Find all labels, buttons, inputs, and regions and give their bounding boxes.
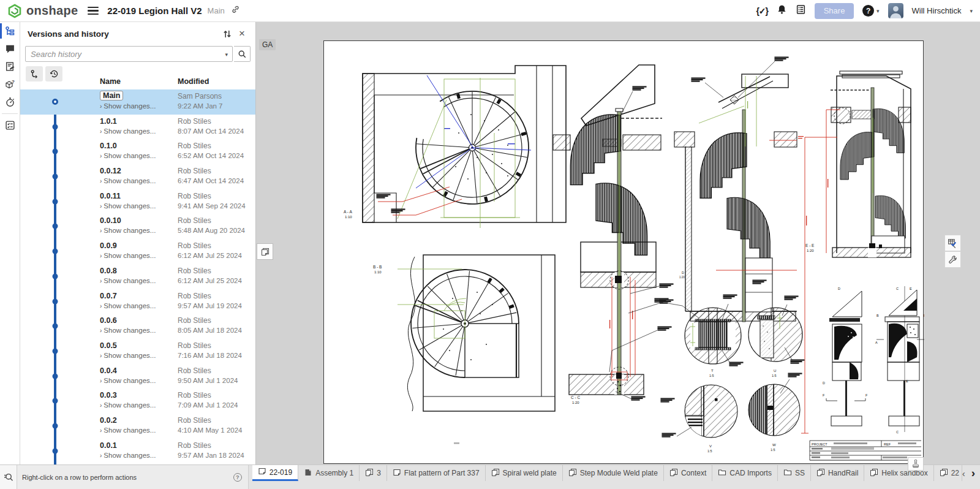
document-tab[interactable]: Context	[664, 465, 712, 481]
version-row[interactable]: 0.0.3 ›Show changes... Rob Stiles 7:09 A…	[20, 389, 255, 414]
timeline-node[interactable]	[53, 149, 58, 154]
titleblock-project-label: PROJECT	[812, 442, 827, 446]
main-menu-icon[interactable]	[88, 5, 99, 17]
search-button[interactable]	[234, 46, 251, 62]
avatar[interactable]	[888, 3, 903, 18]
sidebar-item-comments[interactable]	[0, 40, 20, 58]
show-changes-link[interactable]: ›Show changes...	[100, 127, 156, 135]
show-changes-link[interactable]: ›Show changes...	[100, 302, 156, 309]
sidebar-item-where-used[interactable]: ?	[0, 75, 20, 93]
modified-by: Rob Stiles	[178, 292, 211, 300]
show-changes-link[interactable]: ›Show changes...	[100, 452, 156, 459]
chevron-right-icon: ›	[100, 278, 102, 284]
drawing-canvas[interactable]: GA	[256, 22, 980, 464]
show-changes-link[interactable]: ›Show changes...	[100, 152, 156, 159]
document-tab[interactable]: HandRail	[811, 465, 864, 481]
tab-scroll-left-icon[interactable]: ‹	[962, 468, 965, 479]
document-tab[interactable]: SS	[778, 465, 811, 481]
sidebar-item-performance[interactable]	[0, 93, 20, 111]
version-row[interactable]: 0.0.11 ›Show changes... Rob Stiles 9:41 …	[20, 189, 255, 214]
version-row[interactable]: 0.0.12 ›Show changes... Rob Stiles 6:47 …	[20, 164, 255, 189]
search-tools-icon[interactable]	[0, 465, 17, 489]
version-row[interactable]: Main ›Show changes... Sam Parsons 9:22 A…	[20, 89, 255, 115]
ga-drawing-svg[interactable]: A - A 1:10	[324, 41, 924, 464]
version-row[interactable]: 0.0.10 ›Show changes... Rob Stiles 5:48 …	[20, 214, 255, 239]
show-changes-link[interactable]: ›Show changes...	[100, 202, 156, 210]
onshape-logo[interactable]: onshape	[7, 4, 78, 18]
show-changes-link[interactable]: ›Show changes...	[100, 426, 156, 434]
timeline-node[interactable]	[53, 398, 58, 404]
sheet-check-button[interactable]	[944, 235, 961, 251]
document-tab[interactable]: 22	[934, 465, 962, 481]
version-row[interactable]: 0.0.9 ›Show changes... Rob Stiles 6:12 A…	[20, 239, 255, 264]
compare-versions-icon[interactable]	[220, 27, 235, 40]
version-row[interactable]: 0.0.6 ›Show changes... Rob Stiles 8:05 A…	[20, 314, 255, 339]
show-changes-link[interactable]: ›Show changes...	[100, 277, 156, 284]
document-tab[interactable]: Step Module Weld plate	[563, 465, 664, 481]
workspace-name: Main	[208, 6, 225, 15]
tab-scroll-right-icon[interactable]: ›	[971, 466, 975, 480]
modified-date: 4:10 AM May 1 2024	[178, 426, 242, 434]
document-tab[interactable]: Flat pattern of Part 337	[387, 465, 486, 481]
help-menu[interactable]: ? ▾	[862, 5, 880, 17]
show-changes-link[interactable]: ›Show changes...	[100, 177, 156, 184]
tab-type-icon	[393, 468, 401, 479]
release-notes-icon[interactable]	[796, 4, 806, 17]
status-hint: Right-click on a row to perform actions	[22, 474, 137, 481]
timeline-node[interactable]	[53, 224, 58, 229]
show-changes-link[interactable]: ›Show changes...	[100, 352, 156, 359]
document-tab[interactable]: 22-019	[252, 465, 298, 481]
version-row[interactable]: 0.1.0 ›Show changes... Rob Stiles 6:52 A…	[20, 139, 255, 164]
view-label-d: D	[682, 271, 684, 275]
sidebar-item-document-notes[interactable]	[0, 58, 20, 75]
sheet-tab-badge[interactable]: GA	[259, 39, 276, 50]
timeline-node[interactable]	[53, 298, 58, 304]
show-changes-link[interactable]: ›Show changes...	[100, 102, 156, 110]
document-tab[interactable]: 3	[360, 465, 387, 481]
version-row[interactable]: 0.0.2 ›Show changes... Rob Stiles 4:10 A…	[20, 414, 255, 439]
share-button[interactable]: Share	[815, 3, 854, 19]
sidebar-item-versions-history[interactable]	[0, 22, 20, 40]
timeline-node[interactable]	[53, 348, 58, 354]
document-tab[interactable]: Assembly 1	[298, 465, 360, 481]
show-changes-link[interactable]: ›Show changes...	[100, 377, 156, 384]
version-row[interactable]: 0.0.5 ›Show changes... Rob Stiles 7:16 A…	[20, 339, 255, 364]
timeline-node[interactable]	[53, 423, 58, 428]
timeline-node[interactable]	[53, 273, 58, 279]
drawing-sheet[interactable]: A - A 1:10	[323, 40, 924, 464]
version-row[interactable]: 1.0.1 ›Show changes... Rob Stiles 8:07 A…	[20, 115, 255, 140]
version-row[interactable]: 0.0.8 ›Show changes... Rob Stiles 6:12 A…	[20, 264, 255, 289]
timeline-node[interactable]	[53, 124, 58, 129]
version-name: 0.0.8	[100, 267, 117, 275]
sheets-flyout-button[interactable]	[257, 243, 273, 260]
timeline-node[interactable]	[53, 324, 58, 329]
timeline-node[interactable]	[52, 99, 58, 105]
tools-wrench-button[interactable]	[944, 251, 961, 268]
show-changes-link[interactable]: ›Show changes...	[100, 227, 156, 234]
copy-link-icon[interactable]	[231, 5, 240, 17]
timeline-node[interactable]	[53, 448, 58, 453]
stamp-tool-icon[interactable]	[908, 457, 924, 471]
version-row[interactable]: 0.0.4 ›Show changes... Rob Stiles 9:50 A…	[20, 364, 255, 389]
document-tab[interactable]: Spiral weld plate	[486, 465, 563, 481]
feature-scripts-icon[interactable]: {✓}	[756, 6, 768, 16]
show-changes-link[interactable]: ›Show changes...	[100, 401, 156, 409]
sidebar-item-properties[interactable]	[0, 116, 20, 134]
search-input[interactable]	[25, 46, 233, 62]
notifications-icon[interactable]	[777, 4, 787, 17]
timeline-node[interactable]	[53, 249, 58, 254]
help-circle-icon[interactable]: ?	[233, 473, 242, 482]
version-row[interactable]: 0.0.1 ›Show changes... Rob Stiles 9:57 A…	[20, 439, 255, 464]
timeline-node[interactable]	[53, 174, 58, 180]
version-row[interactable]: 0.0.7 ›Show changes... Rob Stiles 9:57 A…	[20, 289, 255, 314]
show-changes-link[interactable]: ›Show changes...	[100, 252, 156, 259]
document-tab[interactable]: CAD Imports	[712, 465, 778, 481]
user-menu-chevron-icon[interactable]: ▾	[970, 8, 973, 14]
timeline-node[interactable]	[53, 373, 58, 379]
search-filter-chevron-icon[interactable]: ▾	[225, 51, 228, 58]
show-changes-link[interactable]: ›Show changes...	[100, 327, 156, 334]
timeline-node[interactable]	[53, 199, 58, 204]
view-label-e-e: E - E	[805, 243, 815, 248]
modified-by: Rob Stiles	[178, 167, 211, 175]
close-icon[interactable]: ×	[235, 27, 249, 40]
